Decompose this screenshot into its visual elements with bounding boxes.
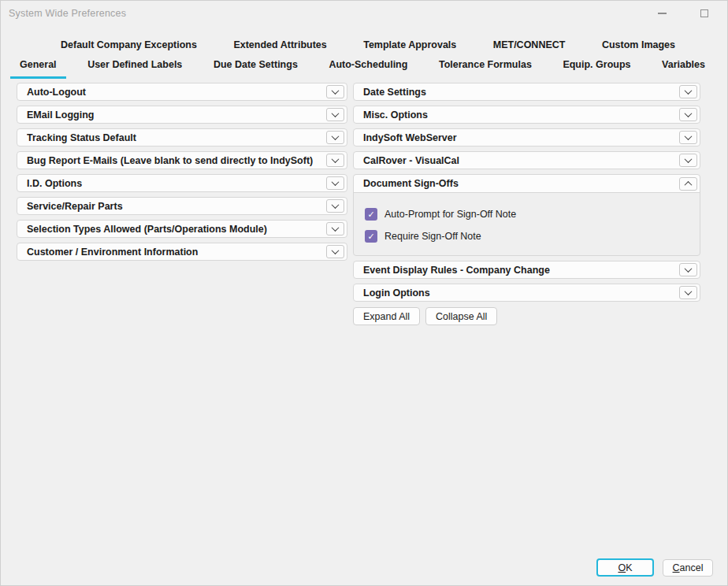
tab-default-company-exceptions[interactable]: Default Company Exceptions [51, 38, 206, 57]
system-wide-preferences-dialog: System Wide Preferences Default Company … [0, 0, 728, 586]
section-label: I.D. Options [27, 178, 326, 189]
tab-met-connect[interactable]: MET/CONNECT [484, 38, 575, 57]
titlebar: System Wide Preferences [1, 1, 727, 26]
section-indysoft-webserver[interactable]: IndySoft WebServer [353, 128, 700, 146]
checkbox-row-require-sign-off-note[interactable]: ✓ Require Sign-Off Note [365, 230, 689, 243]
chevron-down-icon [332, 155, 340, 163]
expand-section-button[interactable] [326, 108, 344, 121]
chevron-down-icon [332, 247, 340, 254]
expand-all-button[interactable]: Expand All [353, 307, 420, 325]
tab-variables[interactable]: Variables [652, 57, 715, 79]
checkbox-label: Auto-Prompt for Sign-Off Note [384, 209, 516, 220]
ok-button-label: OK [618, 562, 632, 573]
section-id-options[interactable]: I.D. Options [17, 174, 347, 192]
checkbox-checked-icon[interactable]: ✓ [365, 230, 377, 243]
section-label: EMail Logging [27, 109, 326, 121]
checkbox-row-auto-prompt-sign-off-note[interactable]: ✓ Auto-Prompt for Sign-Off Note [365, 208, 689, 221]
chevron-down-icon [332, 87, 340, 95]
tab-auto-scheduling[interactable]: Auto-Scheduling [319, 57, 417, 79]
chevron-down-icon [685, 287, 693, 295]
section-service-repair-parts[interactable]: Service/Repair Parts [17, 197, 347, 215]
tab-strip-row-2: General User Defined Labels Due Date Set… [1, 57, 727, 79]
minimize-button[interactable] [650, 2, 674, 24]
tab-template-approvals[interactable]: Template Approvals [354, 38, 466, 57]
section-calrover-visualcal[interactable]: CalRover - VisualCal [353, 151, 700, 169]
maximize-button[interactable] [693, 2, 716, 24]
expand-section-button[interactable] [679, 263, 697, 276]
expand-section-button[interactable] [679, 108, 697, 121]
tab-extended-attributes[interactable]: Extended Attributes [224, 38, 336, 57]
expand-section-button[interactable] [326, 245, 344, 258]
cancel-button-label: Cancel [673, 562, 704, 573]
chevron-down-icon [685, 109, 693, 117]
section-label: Selection Types Allowed (Parts/Operation… [27, 224, 326, 235]
document-sign-offs-body: ✓ Auto-Prompt for Sign-Off Note ✓ Requir… [354, 193, 700, 255]
chevron-down-icon [332, 201, 340, 209]
window-controls [650, 1, 716, 26]
tab-custom-images[interactable]: Custom Images [592, 38, 685, 57]
left-column: Auto-Logout EMail Logging Tracking Statu… [17, 83, 347, 585]
chevron-down-icon [332, 132, 340, 140]
checkbox-checked-icon[interactable]: ✓ [365, 208, 377, 221]
checkbox-label: Require Sign-Off Note [384, 231, 481, 242]
chevron-down-icon [685, 132, 693, 140]
checkmark-icon: ✓ [367, 232, 374, 241]
collapse-section-button[interactable] [679, 177, 697, 191]
expand-collapse-actions: Expand All Collapse All [353, 307, 700, 325]
section-label: Tracking Status Default [27, 132, 326, 143]
section-selection-types-allowed[interactable]: Selection Types Allowed (Parts/Operation… [17, 220, 347, 238]
expand-section-button[interactable] [326, 131, 344, 144]
minimize-icon [658, 13, 667, 14]
expand-section-button[interactable] [679, 154, 697, 167]
section-misc-options[interactable]: Misc. Options [353, 106, 700, 124]
chevron-up-icon [685, 180, 693, 188]
section-label: Date Settings [363, 87, 679, 98]
section-label: Document Sign-Offs [363, 178, 679, 189]
chevron-down-icon [332, 224, 340, 232]
section-label: IndySoft WebServer [363, 132, 679, 143]
expand-section-button[interactable] [326, 222, 344, 236]
tab-general[interactable]: General [10, 57, 66, 79]
section-label: Login Options [363, 287, 679, 299]
section-date-settings[interactable]: Date Settings [353, 83, 700, 101]
checkmark-icon: ✓ [367, 210, 374, 219]
chevron-down-icon [685, 265, 693, 273]
tab-tolerance-formulas[interactable]: Tolerance Formulas [429, 57, 541, 79]
expand-section-button[interactable] [326, 85, 344, 98]
chevron-down-icon [332, 109, 340, 117]
section-label: Customer / Environment Information [27, 247, 326, 258]
section-label: Bug Report E-Mails (Leave blank to send … [27, 155, 326, 166]
tab-equip-groups[interactable]: Equip. Groups [553, 57, 640, 79]
tab-user-defined-labels[interactable]: User Defined Labels [78, 57, 191, 79]
tab-strip-row-1: Default Company Exceptions Extended Attr… [1, 38, 727, 57]
section-bug-report-emails[interactable]: Bug Report E-Mails (Leave blank to send … [17, 151, 347, 169]
chevron-down-icon [685, 155, 693, 163]
section-email-logging[interactable]: EMail Logging [17, 106, 347, 124]
section-label: CalRover - VisualCal [363, 155, 679, 166]
section-label: Misc. Options [363, 109, 679, 121]
maximize-icon [700, 9, 708, 17]
section-event-display-rules-company-change[interactable]: Event Display Rules - Company Change [353, 261, 700, 279]
section-label: Auto-Logout [27, 87, 326, 98]
chevron-down-icon [685, 87, 693, 95]
section-tracking-status-default[interactable]: Tracking Status Default [17, 128, 347, 146]
section-document-sign-offs[interactable]: Document Sign-Offs [354, 175, 700, 193]
tab-due-date-settings[interactable]: Due Date Settings [204, 57, 307, 79]
expand-section-button[interactable] [326, 176, 344, 190]
section-auto-logout[interactable]: Auto-Logout [17, 83, 347, 101]
window-title: System Wide Preferences [9, 8, 126, 19]
section-document-sign-offs-expanded: Document Sign-Offs ✓ Auto-Prompt for Sig… [353, 174, 700, 256]
expand-section-button[interactable] [679, 131, 697, 144]
expand-section-button[interactable] [326, 154, 344, 167]
section-label: Event Display Rules - Company Change [363, 265, 679, 276]
expand-section-button[interactable] [679, 286, 697, 299]
section-login-options[interactable]: Login Options [353, 284, 700, 302]
collapse-all-button[interactable]: Collapse All [425, 307, 497, 325]
expand-section-button[interactable] [326, 199, 344, 213]
expand-section-button[interactable] [679, 85, 697, 98]
dialog-footer: OK Cancel [596, 558, 713, 577]
ok-button[interactable]: OK [596, 558, 654, 577]
section-customer-environment-information[interactable]: Customer / Environment Information [17, 243, 347, 261]
chevron-down-icon [332, 178, 340, 186]
cancel-button[interactable]: Cancel [663, 559, 713, 577]
